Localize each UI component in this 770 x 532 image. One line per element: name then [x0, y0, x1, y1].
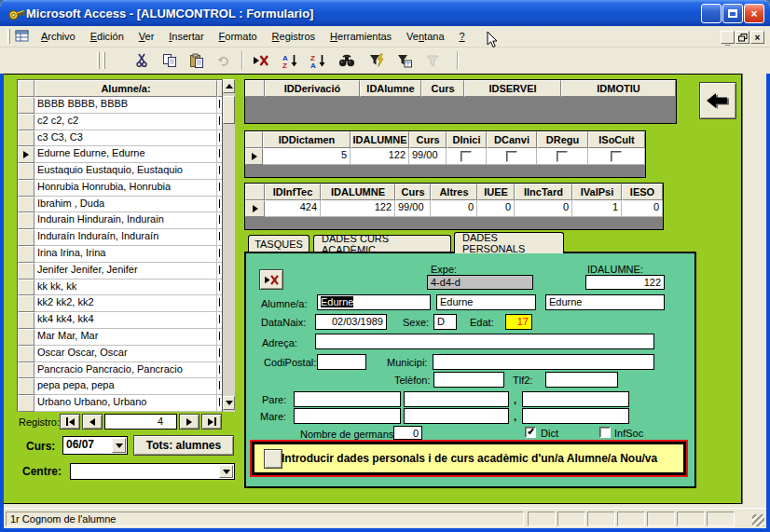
sheet-corner-cell[interactable]: [245, 80, 265, 97]
list-item[interactable]: Pancracio Pancracio, Pancracio: [34, 362, 217, 379]
list-item[interactable]: Jenifer Jenifer, Jenifer: [34, 263, 217, 280]
filter-by-form-icon[interactable]: [393, 50, 415, 71]
row-selector[interactable]: [18, 163, 34, 180]
row-selector[interactable]: [18, 378, 34, 395]
mdi-restore-button[interactable]: [736, 31, 749, 44]
record-number-field[interactable]: 4: [104, 414, 177, 430]
tab-tasques[interactable]: TASQUES: [248, 235, 309, 252]
list-item[interactable]: kk kk, kk: [34, 280, 217, 296]
paste-icon[interactable]: [186, 50, 207, 71]
new-student-banner[interactable]: Introducir dades personals i de curs aca…: [250, 440, 688, 477]
cell-idalumne[interactable]: 122: [321, 200, 395, 217]
new-student-button[interactable]: [264, 449, 282, 469]
mdi-minimize-button[interactable]: _: [721, 31, 735, 44]
find-icon[interactable]: [336, 50, 357, 71]
adreca-field[interactable]: [315, 334, 654, 349]
row-selector[interactable]: [18, 280, 34, 296]
list-item[interactable]: Induraín Induraín, Induraín: [34, 229, 217, 246]
dcanvi-checkbox[interactable]: [506, 151, 517, 162]
list-item[interactable]: Mar Mar, Mar: [34, 329, 217, 346]
list-item[interactable]: Honrubia Honrubia, Honrubia: [34, 180, 217, 197]
first-record-button[interactable]: [60, 414, 80, 430]
next-record-button[interactable]: [179, 414, 199, 430]
list-column-header[interactable]: Alumne/a:: [34, 80, 217, 97]
row-selector[interactable]: [18, 295, 34, 312]
menu-item-herramientas[interactable]: Herramientas: [323, 28, 399, 45]
apply-filter-icon[interactable]: [421, 50, 443, 71]
column-header[interactable]: ISoCult: [588, 131, 645, 148]
filter-by-selection-icon[interactable]: [365, 50, 387, 71]
pare-cognom1-field[interactable]: [404, 391, 509, 407]
list-item[interactable]: Eustaquio Eustaquio, Eustaquio: [34, 163, 217, 180]
menu-item-archivo[interactable]: Archivo: [34, 28, 83, 45]
row-selector[interactable]: [18, 246, 34, 263]
current-row-selector[interactable]: [245, 148, 263, 165]
column-header[interactable]: IDSERVEI: [464, 80, 561, 97]
pare-nom-field[interactable]: [294, 391, 401, 407]
column-header[interactable]: IIncTard: [515, 184, 572, 200]
toolbar-grip2[interactable]: [103, 52, 105, 69]
column-header[interactable]: IDDerivació: [265, 80, 360, 97]
row-selector[interactable]: [18, 362, 34, 379]
list-item[interactable]: kk2 kk2, kk2: [34, 295, 217, 312]
column-header[interactable]: Curs: [421, 80, 464, 97]
sheet-corner-cell[interactable]: [245, 184, 265, 200]
menu-grip[interactable]: [7, 29, 10, 44]
menu-item-registros[interactable]: Registros: [265, 28, 323, 45]
column-header[interactable]: IDAlumne: [360, 80, 421, 97]
list-item[interactable]: pepa pepa, pepa: [34, 378, 217, 395]
last-record-button[interactable]: [201, 414, 222, 430]
tab-dades-personals[interactable]: DADES PERSONALS: [454, 232, 564, 253]
back-button[interactable]: [699, 82, 736, 119]
cell-iinctard[interactable]: 0: [515, 200, 572, 217]
telefon-field[interactable]: [433, 372, 504, 388]
column-header[interactable]: Curs: [395, 184, 431, 200]
row-selector[interactable]: [18, 263, 34, 280]
menu-item-formato[interactable]: Formato: [212, 28, 265, 45]
delete-record-button[interactable]: [259, 269, 283, 290]
column-header[interactable]: IDMOTIU: [561, 80, 676, 97]
copy-icon[interactable]: [158, 50, 180, 71]
list-item-selected[interactable]: Edurne Edurne, Edurne: [34, 146, 217, 163]
cell-iuee[interactable]: 0: [477, 200, 515, 217]
list-scrollbar[interactable]: [222, 79, 235, 412]
list-item[interactable]: Ibrahim , Duda: [34, 197, 217, 213]
previous-record-button[interactable]: [82, 414, 103, 430]
sexe-field[interactable]: D: [433, 314, 457, 330]
sort-descending-icon[interactable]: ZA: [307, 50, 328, 71]
row-selector[interactable]: [18, 97, 34, 114]
menu-item-insertar[interactable]: Insertar: [161, 28, 211, 45]
cognom2-field[interactable]: Edurne: [436, 294, 536, 310]
infsoc-checkbox[interactable]: [599, 427, 611, 438]
row-selector[interactable]: [18, 346, 34, 362]
list-item[interactable]: c2 c2, c2: [34, 114, 217, 130]
list-selector-header[interactable]: [18, 80, 34, 97]
scroll-thumb[interactable]: [223, 96, 235, 124]
expe-field[interactable]: 4-d4-d: [427, 275, 533, 290]
column-header[interactable]: DCanvi: [487, 131, 537, 148]
list-item[interactable]: Indurain Hindurain, Indurain: [34, 212, 217, 229]
mare-cognom1-field[interactable]: [404, 408, 509, 424]
cell-curs[interactable]: 99/00: [409, 148, 447, 165]
resize-grip[interactable]: [752, 514, 764, 526]
column-header[interactable]: DInici: [447, 131, 487, 148]
idalumne-field[interactable]: 122: [585, 275, 665, 290]
row-selector[interactable]: [18, 197, 34, 213]
list-item[interactable]: kk4 kk4, kk4: [34, 312, 217, 329]
column-header[interactable]: Curs: [409, 131, 447, 148]
row-selector[interactable]: [18, 212, 34, 229]
isocult-checkbox[interactable]: [611, 151, 622, 162]
menu-item-edicion[interactable]: Edición: [83, 28, 131, 45]
row-selector[interactable]: [18, 180, 34, 197]
edat-field[interactable]: 17: [505, 314, 532, 330]
delete-record-icon[interactable]: [250, 50, 271, 71]
column-header[interactable]: IDALUMNE: [321, 184, 395, 200]
germans-field[interactable]: 0: [393, 426, 422, 440]
cell-altres[interactable]: 0: [431, 200, 477, 217]
toolbar-grip[interactable]: [97, 52, 100, 69]
row-selector[interactable]: [18, 395, 34, 412]
municipi-field[interactable]: [433, 354, 654, 370]
mare-nom-field[interactable]: [294, 408, 401, 424]
list-item[interactable]: c3 C3, C3: [34, 130, 217, 147]
column-header[interactable]: IValPsi: [572, 184, 622, 200]
